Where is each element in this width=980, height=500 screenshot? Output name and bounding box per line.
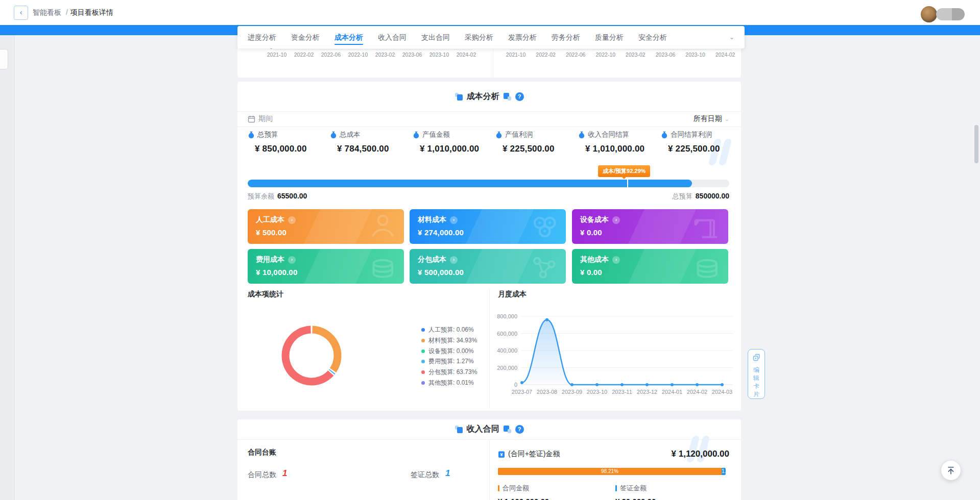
stat-total-cost: 总成本¥ 784,500.00 xyxy=(330,130,411,154)
back-button[interactable]: ‹ xyxy=(14,6,28,20)
data-point xyxy=(671,383,674,386)
tab-cost[interactable]: 成本分析 xyxy=(334,26,363,48)
tab-funds[interactable]: 资金分析 xyxy=(291,26,320,48)
chevron-down-icon[interactable]: ⌄ xyxy=(725,116,729,122)
x-tick-label: 2023-10 xyxy=(587,389,607,395)
data-point xyxy=(646,383,649,386)
tab-expense-contract[interactable]: 支出合同 xyxy=(421,26,450,48)
tab-labor[interactable]: 劳务分析 xyxy=(552,26,580,48)
arrow-up-to-line-icon xyxy=(946,465,956,476)
cost-card-material[interactable]: 材料成本›¥ 274,000.00 xyxy=(410,209,566,244)
x-tick-label: 2024-03 xyxy=(712,389,732,395)
donut-segment xyxy=(313,330,338,370)
x-tick-label: 2024-02 xyxy=(715,52,735,58)
stat-settlement-profit: 合同结算利润¥ 225,500.00 xyxy=(661,130,742,154)
legend-item[interactable]: 人工预算: 0.06% xyxy=(421,326,474,334)
material-logs-icon xyxy=(527,210,561,244)
deco-squares-icon xyxy=(504,93,511,101)
line-chart-title: 月度成本 xyxy=(498,290,527,299)
x-tick-label: 2021-10 xyxy=(267,52,287,58)
legend-text: 人工预算: 0.06% xyxy=(428,326,474,334)
breadcrumb-separator: / xyxy=(66,8,68,16)
x-tick-label: 2021-10 xyxy=(506,52,526,58)
username-pill[interactable] xyxy=(936,8,965,20)
donut-segment xyxy=(285,330,331,382)
cost-budget-ratio-badge: 成本/预算92.29% xyxy=(598,165,650,177)
deco-squares-icon xyxy=(504,426,511,433)
scrollbar-thumb[interactable] xyxy=(974,125,978,163)
amount-label: (合同+签证)金额 xyxy=(508,449,560,459)
tab-invoice[interactable]: 发票分析 xyxy=(508,26,537,48)
help-icon[interactable]: ? xyxy=(515,425,524,434)
legend-marker xyxy=(498,485,499,491)
edit-cards-button[interactable]: 编辑卡片 xyxy=(748,349,765,399)
x-tick-label: 2022-02 xyxy=(536,52,556,58)
contract-visa-stacked-bar: 98.21% 1.79% xyxy=(498,468,726,475)
stat-output-profit: 产值利润¥ 225,500.00 xyxy=(495,130,576,154)
cost-section-header: 成本分析 ? xyxy=(237,82,741,112)
x-tick-label: 2023-11 xyxy=(612,389,632,395)
right-axis-line xyxy=(510,49,732,50)
amount-doc-icon: ¥ xyxy=(498,451,505,458)
visa-count-value: 1 xyxy=(445,468,450,479)
chevron-right-icon: › xyxy=(450,256,458,264)
stat-output-amount: 产值金额¥ 1,010,000.00 xyxy=(413,130,493,154)
chevron-down-icon[interactable]: ⌄ xyxy=(729,34,734,41)
edit-cards-label: 编辑卡片 xyxy=(753,366,760,398)
x-tick-label: 2022-10 xyxy=(596,52,616,58)
cost-card-other[interactable]: 其他成本›¥ 0.00 xyxy=(572,249,728,284)
tab-quality[interactable]: 质量分析 xyxy=(595,26,624,48)
legend-item[interactable]: 分包预算: 63.73% xyxy=(421,368,477,377)
left-rail xyxy=(0,35,15,500)
network-icon xyxy=(527,250,561,284)
breadcrumb-root[interactable]: 智能看板 xyxy=(33,8,61,16)
legend-text: 设备预算: 0.00% xyxy=(428,347,474,356)
x-tick-label: 2022-06 xyxy=(321,52,341,58)
cost-card-equipment[interactable]: 设备成本›¥ 0.00 xyxy=(572,209,728,244)
legend-text: 费用预算: 1.27% xyxy=(428,357,474,366)
legend-dot-icon xyxy=(421,360,425,363)
visa-amount-bar-segment: 1.79% xyxy=(722,468,726,475)
deco-squares-icon xyxy=(455,426,463,433)
y-tick-label: 200,000 xyxy=(497,365,517,371)
tab-safety[interactable]: 安全分析 xyxy=(638,26,667,48)
sidebar-collapse-handle[interactable] xyxy=(0,49,8,69)
x-tick-label: 2023-06 xyxy=(656,52,676,58)
avatar[interactable] xyxy=(921,6,937,22)
contract-visa-amount-row: ¥ (合同+签证)金额 ¥ 1,120,000.00 xyxy=(498,449,729,459)
legend-item[interactable]: 设备预算: 0.00% xyxy=(421,347,474,356)
budget-progress-fill xyxy=(248,180,692,187)
x-tick-label: 2024-02 xyxy=(687,389,707,395)
area-fill xyxy=(522,320,722,385)
legend-text: 其他预算: 0.01% xyxy=(428,379,474,387)
data-point xyxy=(520,381,523,384)
analysis-tab-bar: 进度分析 资金分析 成本分析 收入合同 支出合同 采购分析 发票分析 劳务分析 … xyxy=(237,26,745,48)
legend-item[interactable]: 其他预算: 0.01% xyxy=(421,379,474,387)
y-tick-label: 800,000 xyxy=(497,313,517,319)
tab-procurement[interactable]: 采购分析 xyxy=(465,26,493,48)
period-label: 期间 xyxy=(258,114,273,123)
x-tick-label: 2024-01 xyxy=(662,389,682,395)
chevron-right-icon: › xyxy=(612,256,620,264)
help-icon[interactable]: ? xyxy=(515,92,524,101)
period-select[interactable]: 所有日期 xyxy=(694,114,722,123)
legend-item[interactable]: 费用预算: 1.27% xyxy=(421,357,474,366)
cost-card-expense[interactable]: 费用成本›¥ 10,000.00 xyxy=(248,249,404,284)
legend-item[interactable]: 材料预算: 34.93% xyxy=(421,336,477,345)
income-section-header: 收入合同 ? xyxy=(237,419,741,439)
back-to-top-button[interactable] xyxy=(941,461,961,480)
cost-items-donut-chart xyxy=(273,317,350,394)
money-bag-icon xyxy=(578,131,585,139)
income-vertical-divider xyxy=(489,439,490,500)
left-axis-line xyxy=(273,49,472,50)
cost-card-subcontract[interactable]: 分包成本›¥ 500,000.00 xyxy=(410,249,566,284)
cost-card-labor[interactable]: 人工成本›¥ 500.00 xyxy=(248,209,404,244)
x-tick-label: 2023-09 xyxy=(562,389,582,395)
tab-income-contract[interactable]: 收入合同 xyxy=(378,26,407,48)
x-tick-label: 2023-08 xyxy=(537,389,557,395)
breadcrumb: 智能看板 /项目看板详情 xyxy=(33,0,113,25)
tab-progress[interactable]: 进度分析 xyxy=(248,26,276,48)
x-tick-label: 2023-10 xyxy=(429,52,449,58)
contract-amount-bar-segment: 98.21% xyxy=(498,468,722,475)
subpanel-divider xyxy=(489,288,490,408)
